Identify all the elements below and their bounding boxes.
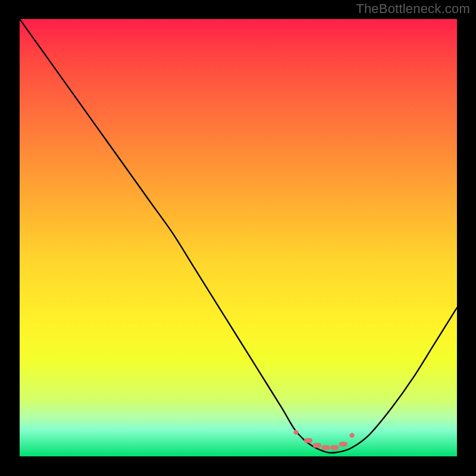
optimal-marker [313,443,321,448]
optimal-marker [330,445,339,450]
bottleneck-curve [20,19,457,453]
optimal-range-markers [293,429,355,450]
chart-plot-area [20,19,457,456]
optimal-marker [322,445,330,450]
optimal-marker [304,439,312,443]
chart-frame [0,0,476,476]
watermark-text: TheBottleneck.com [356,1,470,17]
optimal-marker [339,441,347,446]
optimal-marker [349,432,355,439]
chart-svg [20,19,457,456]
